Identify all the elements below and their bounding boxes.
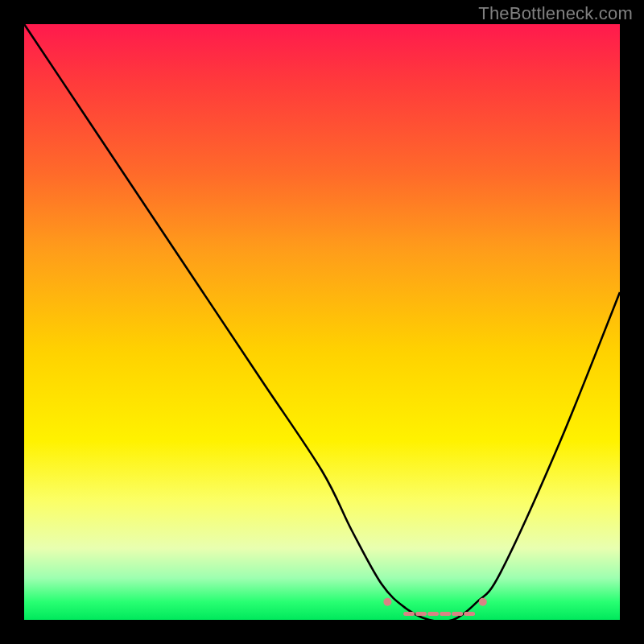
optimal-range-right-dot (479, 598, 487, 606)
bottleneck-chart-svg (24, 24, 620, 620)
chart-frame: TheBottleneck.com (0, 0, 644, 644)
bottleneck-curve (24, 24, 620, 621)
optimal-range-left-dot (383, 598, 391, 606)
plot-gradient-background (24, 24, 620, 620)
watermark-text: TheBottleneck.com (478, 3, 633, 24)
